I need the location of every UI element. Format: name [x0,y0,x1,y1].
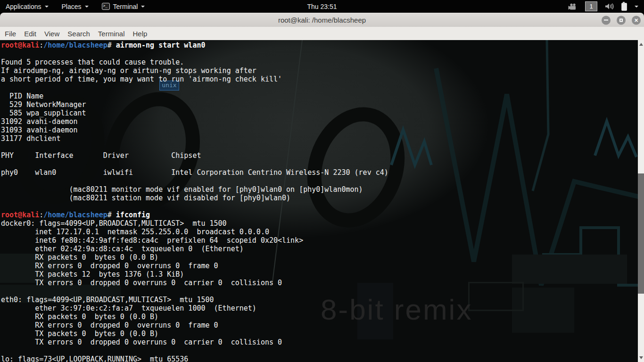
scrollbar-thumb[interactable] [638,173,644,294]
terminal-text: eth0: flags=4099<UP,BROADCAST,MULTICAST>… [1,296,214,304]
terminal-line: RX packets 0 bytes 0 (0.0 B) [1,313,388,321]
terminal-text: PHY Interface Driver Chipset [1,151,201,160]
terminal-text: 31092 avahi-daemon [1,117,78,126]
terminal-text: 585 wpa_supplicant [1,109,86,117]
scrollbar[interactable] [638,40,644,362]
places-menu-label: Places [62,3,82,10]
menu-search[interactable]: Search [67,30,90,38]
terminal-text: root@kali [1,211,39,219]
terminal-text: RX packets 0 bytes 0 (0.0 B) [1,253,158,262]
terminal-text: phy0 wlan0 iwlwifi Intel Corporation Cen… [1,168,388,177]
clock[interactable]: Thu 23:51 [307,3,337,10]
system-menu-caret-icon[interactable] [635,6,638,8]
minimize-icon [604,20,608,21]
terminal-text: PID Name [1,92,43,100]
terminal-text: /home/blacsheep [43,211,107,219]
terminal-line: TX packets 12 bytes 1376 (1.3 KiB) [1,270,388,279]
top-panel: Applications Places >_ Terminal Thu 23:5… [0,0,644,13]
terminal-screen[interactable]: 8-bit remix unix root@kali:/home/blacshe… [0,40,644,362]
terminal-text: TX errors 0 dropped 0 overruns 0 carrier… [1,338,282,346]
volume-icon[interactable] [605,3,614,10]
menu-help[interactable]: Help [133,30,148,38]
places-menu[interactable]: Places [62,3,89,10]
terminal-line: docker0: flags=4099<UP,BROADCAST,MULTICA… [1,219,388,228]
terminal-line: PHY Interface Driver Chipset [1,151,388,160]
terminal-line: TX errors 0 dropped 0 overruns 0 carrier… [1,338,388,346]
terminal-line [1,177,388,185]
chevron-down-icon [45,6,49,8]
camera-indicator-icon[interactable] [568,3,578,10]
menu-view[interactable]: View [44,30,59,38]
terminal-text: # [107,41,116,49]
terminal-line [1,49,388,58]
wallpaper-rect [512,255,627,284]
terminal-text: : [39,211,43,219]
terminal-text: TX errors 0 dropped 0 overruns 0 carrier… [1,279,282,287]
terminal-line: (mac80211 station mode vif disabled for … [1,194,388,202]
terminal-line: RX errors 0 dropped 0 overruns 0 frame 0 [1,262,388,270]
terminal-line: 31093 avahi-daemon [1,126,388,134]
terminal-line [1,83,388,92]
terminal-line [1,160,388,168]
triangle-down-icon [639,356,643,359]
terminal-line [1,287,388,296]
chevron-down-icon [85,6,89,8]
minimize-button[interactable] [602,16,611,25]
menu-edit[interactable]: Edit [24,30,36,38]
terminal-text: RX packets 0 bytes 0 (0.0 B) [1,313,158,321]
applications-menu[interactable]: Applications [6,3,49,10]
menu-terminal[interactable]: Terminal [98,30,125,38]
terminal-line: phy0 wlan0 iwlwifi Intel Corporation Cen… [1,168,388,177]
terminal-text: inet 172.17.0.1 netmask 255.255.0.0 broa… [1,228,269,236]
terminal-output: root@kali:/home/blacsheep# airmon-ng sta… [1,41,388,362]
terminal-text: : [39,41,43,49]
terminal-line: If airodump-ng, aireplay-ng or airtun-ng… [1,66,388,75]
terminal-text: ifconfig [116,211,150,219]
window-menubar: File Edit View Search Terminal Help [0,27,644,40]
terminal-text: 31177 dhclient [1,134,60,143]
terminal-window: root@kali: /home/blacsheep ✕ File Edit V… [0,13,644,362]
window-titlebar[interactable]: root@kali: /home/blacsheep ✕ [0,13,644,27]
terminal-line: RX errors 0 dropped 0 overruns 0 frame 0 [1,321,388,329]
terminal-text: airmon-ng start wlan0 [116,41,206,49]
terminal-text: docker0: flags=4099<UP,BROADCAST,MULTICA… [1,219,227,228]
applications-menu-label: Applications [6,3,41,10]
terminal-line: ether 3c:97:0e:c2:fa:a7 txqueuelen 1000 … [1,304,388,313]
terminal-app-menu[interactable]: >_ Terminal [102,3,145,10]
workspace-indicator[interactable]: 1 [585,1,597,11]
terminal-text: RX errors 0 dropped 0 overruns 0 frame 0 [1,262,218,270]
scrollbar-down-arrow[interactable] [638,355,644,361]
maximize-button[interactable] [617,16,626,25]
terminal-text: RX errors 0 dropped 0 overruns 0 frame 0 [1,321,218,329]
terminal-line: lo: flags=73<UP,LOOPBACK,RUNNING> mtu 65… [1,355,388,362]
terminal-text: a short period of time, you may want to … [1,75,282,83]
terminal-icon: >_ [102,3,110,10]
terminal-text: /home/blacsheep [43,41,107,49]
terminal-text: 31093 avahi-daemon [1,126,78,134]
terminal-line [1,346,388,355]
terminal-text: # [107,211,116,219]
terminal-line: inet6 fe80::42:9aff:fed8:ca4c prefixlen … [1,236,388,245]
menu-file[interactable]: File [5,30,16,38]
battery-icon[interactable] [621,3,627,11]
terminal-text: (mac80211 station mode vif disabled for … [1,194,290,202]
scrollbar-up-arrow[interactable] [638,41,644,47]
terminal-text: Found 5 processes that could cause troub… [1,58,184,66]
terminal-line: Found 5 processes that could cause troub… [1,58,388,66]
terminal-line: 31177 dhclient [1,134,388,143]
terminal-app-menu-label: Terminal [113,3,138,10]
chevron-down-icon [141,6,145,8]
terminal-text: TX packets 12 bytes 1376 (1.3 KiB) [1,270,184,279]
terminal-line: 31092 avahi-daemon [1,117,388,126]
terminal-text: root@kali [1,41,39,49]
wallpaper-rect [468,282,524,311]
terminal-line: PID Name [1,92,388,100]
terminal-line: TX errors 0 dropped 0 overruns 0 carrier… [1,279,388,287]
terminal-line [1,202,388,211]
terminal-line: root@kali:/home/blacsheep# ifconfig [1,211,388,219]
close-button[interactable]: ✕ [632,16,641,25]
close-icon: ✕ [634,17,638,23]
terminal-line [1,143,388,151]
terminal-line: 529 NetworkManager [1,100,388,109]
terminal-line: (mac80211 monitor mode vif enabled for [… [1,185,388,194]
